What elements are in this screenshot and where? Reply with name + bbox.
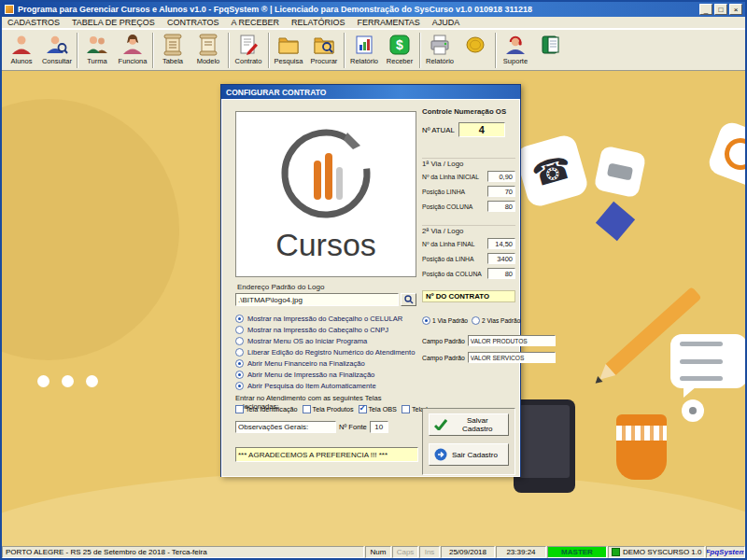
- toolbar-funciona[interactable]: Funciona: [115, 31, 150, 70]
- linha-final-input[interactable]: [487, 238, 515, 249]
- posicao-coluna-input[interactable]: [487, 201, 515, 212]
- option-menu-os[interactable]: Mostrar Menu OS ao Iniciar Programa: [235, 336, 418, 346]
- coin-icon: [464, 33, 486, 57]
- toolbar-receber[interactable]: $ Receber: [382, 31, 417, 70]
- radio-icon[interactable]: [235, 326, 244, 334]
- close-button[interactable]: ×: [729, 4, 742, 15]
- salvar-cadastro-button[interactable]: Salvar Cadastro: [429, 413, 509, 436]
- person-search-icon: [46, 33, 68, 57]
- radio-2-vias-padrao[interactable]: 2 Vias Padrão: [472, 316, 520, 325]
- employee-icon: [121, 33, 144, 57]
- option-cnpj[interactable]: Mostrar na Impressão do Cabeçalho o CNPJ: [235, 325, 418, 335]
- radio-icon[interactable]: [235, 315, 244, 323]
- folder-icon: [277, 33, 300, 57]
- posicao-linha2-row: Posição da LINHA: [422, 253, 515, 264]
- status-num-lock: Num: [365, 546, 391, 558]
- toolbar-label: Pesquisa: [275, 57, 303, 65]
- posicao-coluna2-row: Posição da COLUNA: [422, 268, 515, 279]
- toolbar-suporte[interactable]: Suporte: [498, 31, 533, 70]
- radio-icon[interactable]: [235, 348, 244, 357]
- menu-ajuda[interactable]: AJUDA: [432, 18, 460, 27]
- option-pesquisa-item[interactable]: Abrir Pesquisa do Item Automaticamente: [235, 381, 418, 391]
- radio-icon[interactable]: [235, 337, 244, 345]
- window-titlebar[interactable]: Programa para Gerenciar Cursos e Alunos …: [2, 2, 745, 17]
- toolbar-relatorio-1[interactable]: Relatório: [346, 31, 382, 70]
- dialog-right-column: Controle Numeração OS Nº ATUAL 1ª Via / …: [422, 100, 515, 478]
- logo-path-input[interactable]: [235, 293, 399, 306]
- search-icon: [404, 295, 414, 304]
- window-controls: _ □ ×: [699, 4, 742, 15]
- exit-book-icon: [540, 33, 562, 57]
- checkbox-icon[interactable]: [303, 405, 311, 413]
- linha-inicial-input[interactable]: [487, 171, 515, 182]
- radio-1-via-padrao[interactable]: 1 Via Padrão: [422, 316, 468, 325]
- toolbar-label: Suporte: [503, 57, 528, 65]
- option-menu-financeiro[interactable]: Abrir Menu Financeiro na Finalização: [235, 358, 418, 369]
- toolbar-pesquisa[interactable]: Pesquisa: [271, 31, 306, 70]
- toolbar-sair[interactable]: [533, 31, 569, 70]
- status-insert: Ins: [419, 546, 440, 558]
- configurar-contrato-dialog: CONFIGURAR CONTRATO Cursos: [220, 84, 521, 477]
- checkbox-icon[interactable]: [359, 405, 367, 413]
- maximize-button[interactable]: □: [714, 4, 727, 15]
- toolbar-modelo[interactable]: Modelo: [190, 31, 226, 70]
- via1-title: 1ª Via / Logo: [422, 158, 515, 168]
- menu-relatorios[interactable]: RELATÓRIOS: [291, 18, 345, 27]
- tela-obs[interactable]: Tela OBS: [359, 405, 397, 413]
- fonte-input[interactable]: [370, 421, 388, 433]
- mensagem-input[interactable]: [235, 447, 418, 462]
- radio-icon[interactable]: [472, 316, 480, 325]
- report-chart-icon: [353, 33, 375, 57]
- posicao-linha-input[interactable]: [487, 186, 515, 197]
- menu-contratos[interactable]: CONTRATOS: [167, 18, 219, 27]
- campo-padrao-1-input[interactable]: [468, 335, 556, 346]
- observacoes-gerais-field[interactable]: [235, 421, 336, 433]
- logo-preview: Cursos: [235, 111, 416, 277]
- checkbox-icon[interactable]: [402, 405, 410, 413]
- toolbar-procurar[interactable]: Procurar: [306, 31, 342, 70]
- radio-icon[interactable]: [235, 371, 244, 379]
- option-liberar-edicao[interactable]: Liberar Edição do Registro Numérico do A…: [235, 347, 418, 357]
- background-illustration: [2, 470, 745, 548]
- toolbar-separator: [344, 33, 345, 68]
- menu-tabela-de-precos[interactable]: TABELA DE PREÇOS: [72, 18, 155, 27]
- minimize-button[interactable]: _: [699, 4, 712, 15]
- checkbox-icon[interactable]: [235, 405, 244, 413]
- radio-icon[interactable]: [422, 316, 430, 325]
- dialog-buttons-panel: Salvar Cadastro Sair Cadastro: [422, 408, 515, 475]
- toolbar-tabela[interactable]: Tabela: [155, 31, 190, 70]
- toolbar-contrato[interactable]: Contrato: [231, 31, 266, 70]
- menu-ferramentas[interactable]: FERRAMENTAS: [357, 18, 419, 27]
- toolbar-consultar[interactable]: Consultar: [39, 31, 75, 70]
- browse-logo-button[interactable]: [401, 293, 416, 306]
- menu-cadastros[interactable]: CADASTROS: [7, 18, 60, 27]
- dialog-titlebar[interactable]: CONFIGURAR CONTRATO: [221, 85, 520, 99]
- fonte-label: Nº Fonte: [339, 423, 367, 431]
- toolbar-moeda[interactable]: [458, 31, 493, 70]
- tablet-illustration: [514, 399, 575, 493]
- posicao-linha2-input[interactable]: [487, 253, 515, 264]
- radio-icon[interactable]: [235, 359, 244, 368]
- option-celular[interactable]: Mostrar na Impressão do Cabeçalho o CELU…: [235, 314, 418, 324]
- logo-path-row: [235, 293, 416, 306]
- posicao-coluna2-input[interactable]: [487, 268, 515, 279]
- campo-padrao-2-input[interactable]: [468, 352, 556, 363]
- dialog-body: Cursos Endereço Padrão do Logo Mostrar n…: [221, 99, 520, 477]
- tela-identificacao[interactable]: Tela Identificação: [235, 405, 298, 413]
- radio-icon[interactable]: [235, 382, 244, 390]
- status-demo-label: DEMO SYSCURSO 1.0: [608, 546, 705, 558]
- toolbar-alunos[interactable]: Alunos: [4, 31, 39, 70]
- toolbar-turma[interactable]: Turma: [79, 31, 115, 70]
- toolbar-relatorio-2[interactable]: Relatório: [422, 31, 458, 70]
- tela-produtos[interactable]: Tela Produtos: [303, 405, 354, 413]
- sair-cadastro-button[interactable]: Sair Cadastro: [429, 443, 509, 466]
- linha-final-row: Nº da Linha FINAL: [422, 238, 515, 249]
- numero-atual-input[interactable]: [458, 122, 505, 137]
- cup-illustration: [616, 414, 667, 480]
- corner-card-illustration: [706, 119, 745, 189]
- numero-atual-label: Nº ATUAL: [422, 126, 455, 134]
- menu-a-receber[interactable]: A RECEBER: [232, 18, 280, 27]
- option-menu-impressao[interactable]: Abrir Menu de Impressão na Finalização: [235, 370, 418, 380]
- campo-padrao-1-row: Campo Padrão: [422, 335, 515, 346]
- dialog-title: CONFIGURAR CONTRATO: [226, 88, 326, 97]
